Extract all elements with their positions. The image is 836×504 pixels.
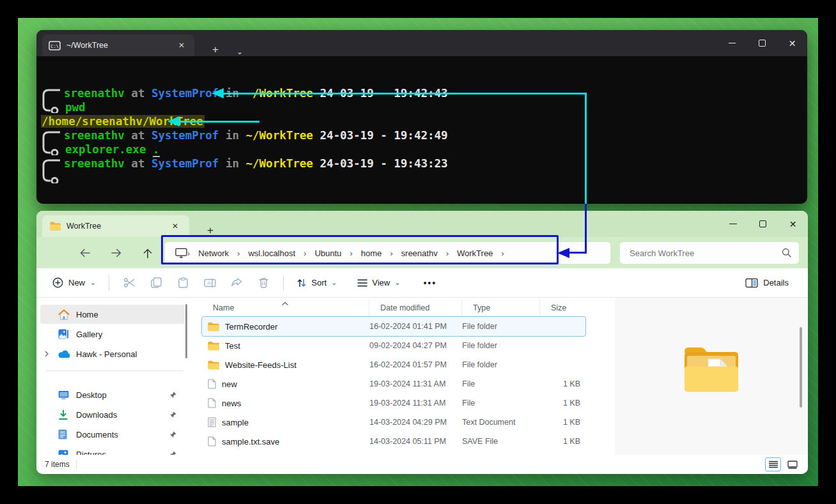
sidebar-item-home[interactable]: Home (40, 305, 185, 324)
new-button[interactable]: New ⌄ (46, 273, 102, 292)
file-name-cell: sample.txt.save (202, 436, 369, 447)
file-type-cell: File folder (462, 360, 540, 369)
back-icon[interactable] (77, 245, 93, 261)
file-row-termrecorder[interactable]: TermRecorder16-02-2024 01:41 PMFile fold… (202, 317, 585, 336)
up-icon[interactable] (140, 245, 155, 261)
file-name-cell: Website-Feeds-List (202, 360, 369, 370)
terminal-maximize-button[interactable] (747, 30, 777, 56)
explorer-toolbar: New ⌄ A (36, 268, 808, 298)
explorer-tab-title: WorkTree (66, 222, 163, 231)
details-pane-button[interactable]: Details (740, 274, 794, 292)
search-input[interactable] (620, 242, 799, 264)
explorer-maximize-button[interactable] (748, 211, 778, 237)
file-date-cell: 14-03-2024 04:29 PM (369, 418, 462, 427)
explorer-minimize-button[interactable] (718, 211, 748, 237)
terminal-tab-title: ~/WorkTree (66, 41, 169, 50)
paste-icon[interactable] (169, 272, 196, 294)
file-name-label: new (222, 379, 237, 389)
text-file-icon (208, 417, 216, 427)
expand-chevron-icon[interactable] (43, 351, 51, 357)
downloads-icon (58, 409, 70, 420)
search-icon[interactable] (782, 248, 791, 260)
terminal-tab-close-icon[interactable]: ✕ (175, 40, 188, 51)
file-row-website-feeds-list[interactable]: Website-Feeds-List16-02-2024 01:57 PMFil… (202, 355, 585, 374)
sort-dropdown-icon: ⌄ (331, 279, 337, 287)
sidebar-item-label: Hawk - Personal (76, 349, 137, 359)
file-name-label: TermRecorder (225, 322, 277, 332)
sidebar-item-pictures[interactable]: Pictures (40, 445, 185, 455)
cut-icon[interactable] (116, 272, 143, 294)
file-row-sample[interactable]: sample14-03-2024 04:29 PMText Document1 … (202, 413, 585, 432)
explorer-status-bar: 7 items (36, 455, 808, 474)
prompt-bracket-icon (40, 130, 66, 158)
folder-icon (208, 322, 219, 332)
sidebar-spacer (36, 378, 190, 385)
terminal-tab[interactable]: C:\ ~/WorkTree ✕ (42, 34, 194, 56)
terminal-titlebar[interactable]: C:\ ~/WorkTree ✕ + ⌄ ✕ (36, 30, 807, 56)
forward-icon[interactable] (109, 245, 124, 261)
sidebar-item-label: Documents (76, 430, 118, 439)
onedrive-icon (58, 350, 70, 358)
annotation-blue-line-horizontal (568, 252, 586, 254)
sidebar-item-downloads[interactable]: Downloads (40, 405, 185, 424)
explorer-tab[interactable]: WorkTree ✕ (42, 215, 189, 237)
terminal-body[interactable]: sreenathv at SystemProf in ~/WorkTree 24… (36, 56, 807, 204)
file-type-cell: SAVE File (462, 437, 540, 446)
file-row-new[interactable]: new19-03-2024 11:31 AMFile1 KB (202, 374, 585, 393)
preview-scrollbar[interactable] (800, 327, 802, 408)
copy-icon[interactable] (143, 272, 169, 294)
file-row-news[interactable]: news19-03-2024 11:31 AMFile1 KB (202, 393, 585, 413)
file-date-cell: 16-02-2024 01:41 PM (369, 322, 462, 331)
delete-icon[interactable] (250, 272, 277, 294)
file-row-test[interactable]: Test09-02-2024 04:27 PMFile folder (202, 336, 585, 355)
rename-icon[interactable]: A (196, 272, 223, 294)
terminal-tab-dropdown-icon[interactable]: ⌄ (231, 47, 248, 56)
sidebar-scrollbar[interactable] (185, 304, 187, 358)
search-box[interactable] (620, 242, 799, 264)
file-date-cell: 09-02-2024 04:27 PM (369, 341, 462, 350)
sidebar-item-desktop[interactable]: Desktop (40, 385, 185, 404)
sort-button[interactable]: Sort ⌄ (290, 274, 343, 292)
documents-icon (58, 429, 70, 439)
file-row-sample-txt-save[interactable]: sample.txt.save14-03-2024 05:11 PMSAVE F… (202, 432, 585, 451)
explorer-titlebar[interactable]: WorkTree ✕ + ✕ (36, 211, 808, 237)
file-icon (208, 379, 216, 389)
view-button[interactable]: View ⌄ (351, 274, 406, 291)
file-date-cell: 19-03-2024 11:31 AM (369, 399, 462, 408)
address-bar-annotation-box (161, 235, 559, 264)
terminal-cursor: . (153, 143, 160, 157)
file-icon (208, 436, 216, 447)
prompt-separator: at (125, 87, 151, 100)
file-name-label: Test (225, 341, 240, 351)
file-name-label: news (222, 399, 241, 408)
command-line: pwd (65, 100, 86, 114)
terminal-minimize-button[interactable] (717, 30, 747, 56)
explorer-tab-close-icon[interactable]: ✕ (169, 220, 182, 232)
preview-folder-icon (679, 344, 744, 399)
share-icon[interactable] (223, 272, 250, 294)
details-view-toggle-icon[interactable] (765, 457, 781, 471)
file-name-label: sample.txt.save (222, 437, 279, 447)
sidebar-item-gallery[interactable]: Gallery (40, 325, 185, 344)
prompt-host: SystemProf (151, 87, 219, 100)
terminal-close-button[interactable]: ✕ (777, 30, 807, 56)
sidebar-item-documents[interactable]: Documents (40, 425, 185, 444)
folder-icon (50, 222, 61, 231)
details-pane-label: Details (763, 278, 789, 287)
annotation-cyan-line-2 (179, 121, 259, 123)
terminal-new-tab-button[interactable]: + (207, 43, 224, 56)
column-header-size[interactable]: Size (540, 299, 585, 316)
column-header-date-modified[interactable]: Date modified (369, 299, 462, 316)
sidebar-item-hawk-personal[interactable]: Hawk - Personal (40, 344, 185, 363)
more-options-icon[interactable]: ••• (415, 274, 444, 292)
file-icon (208, 398, 216, 408)
prompt-path: ~/WorkTree (246, 129, 313, 142)
sort-ascending-icon[interactable] (281, 298, 289, 309)
terminal-window: C:\ ~/WorkTree ✕ + ⌄ ✕ sreenathv at Syst… (36, 30, 807, 204)
explorer-close-button[interactable]: ✕ (778, 211, 808, 237)
toolbar-divider (283, 275, 284, 291)
thumbnail-view-toggle-icon[interactable] (784, 457, 800, 471)
prompt-user: sreenathv (64, 157, 125, 170)
pin-icon (169, 450, 177, 455)
column-header-type[interactable]: Type (462, 299, 540, 316)
